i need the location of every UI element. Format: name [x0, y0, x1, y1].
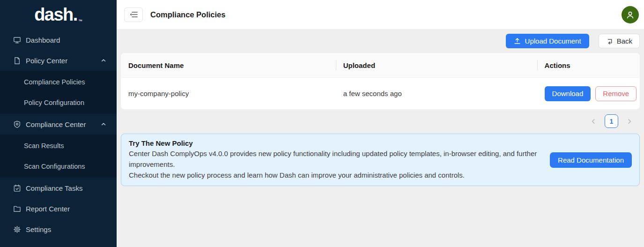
user-icon: [625, 9, 636, 20]
policy-center-submenu: Compliance Policies Policy Configuration: [0, 71, 117, 114]
table-header-row: Document Name Uploaded Actions: [121, 53, 640, 77]
sidebar-item-label: Compliance Tasks: [26, 184, 82, 192]
sidebar-item-label: Report Center: [26, 205, 70, 213]
main-area: Compliance Policies Upload Document: [117, 0, 644, 247]
cell-actions: Download Remove: [537, 86, 640, 101]
sidebar-item-compliance-tasks[interactable]: Compliance Tasks: [0, 178, 117, 198]
chevron-up-icon: [101, 121, 106, 127]
table-row: my-company-policy a few seconds ago Down…: [121, 77, 640, 109]
sidebar-item-label: Policy Configuration: [24, 99, 84, 106]
cell-uploaded: a few seconds ago: [336, 90, 537, 97]
pagination-next-button[interactable]: [626, 118, 633, 125]
banner-body-line-2: Checkout the new policy process and lear…: [129, 170, 539, 181]
chevron-left-icon: [590, 118, 597, 125]
sidebar-item-policy-center[interactable]: Policy Center: [0, 50, 117, 71]
sidebar-item-dashboard[interactable]: Dashboard: [0, 30, 117, 50]
column-header-uploaded: Uploaded: [336, 53, 537, 77]
menu-fold-icon: [129, 11, 138, 18]
top-header: Compliance Policies: [117, 0, 644, 29]
folder-icon: [13, 205, 21, 213]
read-documentation-button[interactable]: Read Documentation: [550, 152, 632, 168]
pagination: 1: [121, 114, 640, 128]
compliance-center-submenu: Scan Results Scan Configurations: [0, 135, 117, 178]
monitor-icon: [13, 36, 21, 44]
banner-text: Try The New Policy Center Dash ComplyOps…: [129, 139, 539, 180]
chevron-up-icon: [101, 58, 106, 63]
column-header-actions: Actions: [537, 53, 640, 77]
sidebar-item-label: Dashboard: [26, 36, 60, 44]
sidebar-item-scan-configurations[interactable]: Scan Configurations: [0, 156, 117, 177]
sidebar-item-report-center[interactable]: Report Center: [0, 198, 117, 219]
sidebar: dash. ™ Dashboard Policy Center: [0, 0, 117, 247]
user-avatar[interactable]: [622, 6, 639, 23]
back-label: Back: [617, 37, 632, 45]
upload-document-label: Upload Document: [525, 37, 581, 45]
chevron-right-icon: [626, 118, 633, 125]
sidebar-item-label: Compliance Center: [26, 120, 86, 128]
sidebar-item-label: Policy Center: [26, 57, 67, 65]
sidebar-item-compliance-center[interactable]: Compliance Center: [0, 114, 117, 135]
back-button[interactable]: Back: [599, 34, 640, 48]
toolbar: Upload Document Back: [121, 34, 640, 48]
sidebar-item-compliance-policies[interactable]: Compliance Policies: [0, 72, 117, 92]
sidebar-nav: Dashboard Policy Center Compliance Polic…: [0, 30, 117, 240]
upload-document-button[interactable]: Upload Document: [506, 34, 589, 48]
sidebar-item-settings[interactable]: Settings: [0, 219, 117, 240]
sidebar-item-label: Compliance Policies: [24, 78, 85, 86]
sidebar-item-policy-configuration[interactable]: Policy Configuration: [0, 92, 117, 113]
sidebar-item-label: Scan Results: [24, 142, 64, 150]
gear-icon: [13, 225, 21, 233]
documents-table: Document Name Uploaded Actions my-compan…: [121, 53, 640, 109]
banner-title: Try The New Policy: [129, 139, 539, 147]
download-button[interactable]: Download: [545, 86, 591, 101]
sidebar-item-label: Settings: [26, 225, 51, 233]
app-logo[interactable]: dash. ™: [0, 0, 117, 30]
page-title: Compliance Policies: [150, 10, 225, 19]
sidebar-item-label: Scan Configurations: [24, 163, 85, 170]
sidebar-item-scan-results[interactable]: Scan Results: [0, 135, 117, 156]
calendar-check-icon: [13, 184, 21, 192]
remove-button[interactable]: Remove: [595, 86, 637, 101]
content-area: Upload Document Back Document Name Uploa…: [117, 29, 644, 247]
back-icon: [606, 38, 613, 45]
app-logo-text: dash.: [34, 5, 77, 25]
trademark-symbol: ™: [78, 19, 82, 23]
pagination-page-1[interactable]: 1: [605, 114, 618, 128]
column-header-document-name: Document Name: [121, 53, 336, 77]
upload-icon: [514, 37, 521, 45]
pagination-prev-button[interactable]: [590, 118, 597, 125]
shield-icon: [13, 120, 21, 128]
cell-document-name: my-company-policy: [121, 90, 336, 97]
info-banner: Try The New Policy Center Dash ComplyOps…: [121, 134, 640, 186]
file-icon: [13, 57, 21, 65]
banner-body-line-1: Center Dash ComplyOps v4.0.0 provides ne…: [129, 149, 539, 170]
sidebar-collapse-button[interactable]: [124, 7, 143, 22]
app-root: dash. ™ Dashboard Policy Center: [0, 0, 644, 247]
